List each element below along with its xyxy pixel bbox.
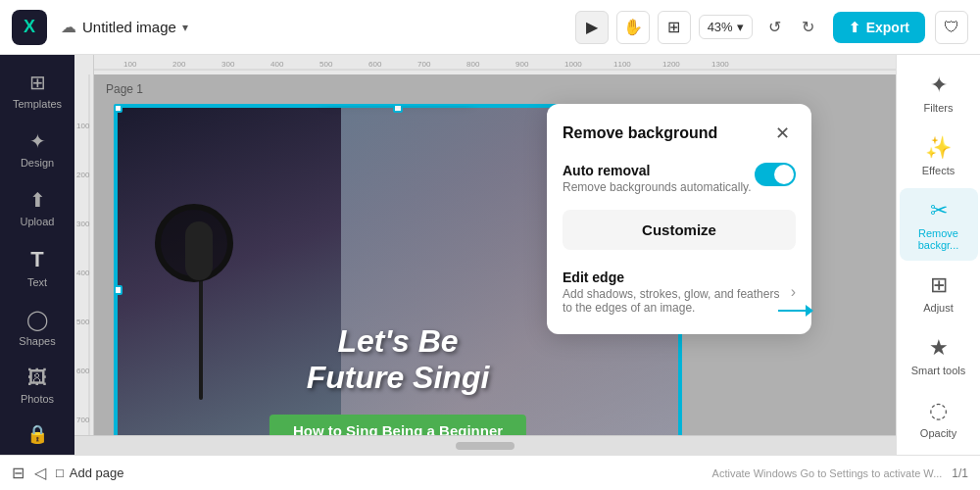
bottom-scrollbar[interactable] (74, 435, 896, 455)
lock-icon[interactable]: 🔒 (20, 416, 55, 452)
svg-text:1000: 1000 (564, 60, 582, 69)
export-button[interactable]: ⬆ Export (833, 12, 925, 43)
ruler-top: 100 200 300 400 500 600 700 800 900 1000… (74, 55, 896, 74)
footer-icon-1[interactable]: ⊟ (12, 464, 24, 482)
remove-bg-icon: ✂ (930, 198, 948, 223)
text-icon: T (30, 247, 43, 272)
edit-edge-desc: Add shadows, strokes, glow, and feathers… (563, 287, 791, 315)
sidebar-item-shapes[interactable]: ◯ Shapes (3, 300, 72, 355)
file-info: ☁ Untitled image ▾ (61, 18, 188, 36)
undo-redo-group: ↺ ↻ (760, 13, 823, 42)
right-item-adjust[interactable]: ⊞ Adjust (900, 263, 978, 323)
photos-label: Photos (21, 393, 54, 405)
svg-text:200: 200 (172, 60, 186, 69)
svg-text:900: 900 (515, 60, 529, 69)
sidebar-item-upload[interactable]: ⬆ Upload (3, 180, 72, 235)
cloud-icon: ☁ (61, 18, 76, 36)
scroll-thumb[interactable] (456, 442, 514, 450)
zoom-chevron-icon: ▾ (737, 20, 744, 34)
export-icon: ⬆ (849, 20, 860, 35)
right-panel: ✦ Filters ✨ Effects ✂ Remove backgr... ⊞… (896, 55, 980, 455)
upload-icon: ⬆ (29, 188, 46, 212)
opacity-icon: ◌ (929, 398, 948, 423)
right-item-smart-tools[interactable]: ★ Smart tools (900, 325, 978, 386)
layout-tool-button[interactable]: ⊞ (658, 11, 691, 44)
canvas-with-ruler: 100 200 300 400 500 600 700 800 Page 1 (74, 74, 896, 435)
sidebar-bottom: 🔒 ▾ (0, 416, 74, 455)
svg-text:700: 700 (417, 60, 431, 69)
svg-text:1200: 1200 (662, 60, 680, 69)
arrow-indicator (778, 305, 813, 317)
filters-icon: ✦ (930, 73, 948, 98)
sidebar-item-photos[interactable]: 🖼 Photos (3, 359, 72, 413)
footer-icon-2[interactable]: ◁ (34, 464, 46, 482)
opacity-label: Opacity (920, 427, 956, 439)
right-item-opacity[interactable]: ◌ Opacity (900, 388, 978, 449)
panel-close-button[interactable]: ✕ (768, 120, 796, 147)
right-item-filters[interactable]: ✦ Filters (900, 63, 978, 123)
svg-text:600: 600 (76, 367, 90, 375)
svg-text:300: 300 (221, 60, 235, 69)
logo[interactable]: X (12, 10, 47, 45)
svg-text:100: 100 (76, 122, 90, 130)
svg-text:700: 700 (76, 416, 90, 424)
auto-removal-row: Auto removal Remove backgrounds automati… (563, 163, 796, 194)
svg-text:800: 800 (466, 60, 480, 69)
templates-label: Templates (13, 98, 62, 110)
right-item-remove-bg[interactable]: ✂ Remove backgr... (900, 188, 978, 261)
smart-tools-icon: ★ (929, 335, 949, 361)
canvas-area: 100 200 300 400 500 600 700 800 900 1000… (74, 55, 896, 455)
topbar-tools: ▶ ✋ ⊞ 43% ▾ ↺ ↻ (575, 11, 823, 44)
watermark-text: Activate Windows Go to Settings to activ… (712, 467, 943, 479)
add-page-label: Add page (70, 466, 124, 480)
file-title: Untitled image (82, 19, 176, 35)
edit-edge-info: Edit edge Add shadows, strokes, glow, an… (563, 270, 791, 315)
undo-button[interactable]: ↺ (760, 13, 790, 42)
edit-edge-chevron-icon: › (791, 283, 796, 301)
auto-removal-text: Auto removal Remove backgrounds automati… (563, 163, 752, 194)
add-page-button[interactable]: □ Add page (56, 466, 124, 480)
canvas-viewport[interactable]: Page 1 (94, 74, 896, 435)
export-label: Export (866, 20, 909, 35)
toggle-knob (774, 165, 794, 184)
adjust-label: Adjust (923, 302, 954, 314)
arrow-head (806, 305, 813, 317)
page-label: Page 1 (106, 82, 143, 96)
svg-text:500: 500 (76, 318, 90, 326)
auto-removal-toggle[interactable] (755, 163, 796, 186)
sidebar-item-text[interactable]: T Text (3, 239, 72, 296)
shapes-label: Shapes (19, 335, 55, 347)
cursor-tool-button[interactable]: ▶ (575, 11, 609, 44)
file-chevron-icon[interactable]: ▾ (182, 21, 188, 34)
adjust-icon: ⊞ (930, 272, 948, 298)
svg-text:400: 400 (270, 60, 284, 69)
topbar: X ☁ Untitled image ▾ ▶ ✋ ⊞ 43% ▾ ↺ ↻ ⬆ E… (0, 0, 980, 55)
footer-bar: ⊟ ◁ □ Add page Activate Windows Go to Se… (0, 455, 980, 490)
svg-text:100: 100 (123, 60, 137, 69)
svg-text:1300: 1300 (711, 60, 729, 69)
right-item-effects[interactable]: ✨ Effects (900, 125, 978, 186)
arrow-line (778, 310, 806, 312)
customize-button[interactable]: Customize (563, 210, 796, 250)
svg-text:600: 600 (368, 60, 382, 69)
shapes-icon: ◯ (26, 308, 48, 331)
sidebar-item-templates[interactable]: ⊞ Templates (3, 63, 72, 118)
smart-tools-label: Smart tools (911, 365, 966, 376)
sidebar-item-design[interactable]: ✦ Design (3, 122, 72, 176)
filters-label: Filters (924, 102, 954, 114)
upload-label: Upload (21, 216, 55, 227)
svg-text:1100: 1100 (613, 60, 631, 69)
shield-button[interactable]: 🛡 (935, 11, 968, 44)
redo-button[interactable]: ↻ (794, 13, 823, 42)
canvas-sub-banner: How to Sing Being a Beginner (270, 415, 526, 435)
auto-removal-label: Auto removal (563, 163, 752, 178)
design-label: Design (21, 157, 54, 169)
zoom-control[interactable]: 43% ▾ (699, 15, 753, 39)
page-count: 1/1 (952, 466, 968, 480)
effects-icon: ✨ (925, 135, 952, 161)
edit-edge-row[interactable]: Edit edge Add shadows, strokes, glow, an… (563, 266, 796, 318)
panel-header: Remove background ✕ (563, 120, 796, 147)
text-label: Text (27, 276, 47, 288)
hand-tool-button[interactable]: ✋ (616, 11, 650, 44)
templates-icon: ⊞ (29, 71, 46, 94)
